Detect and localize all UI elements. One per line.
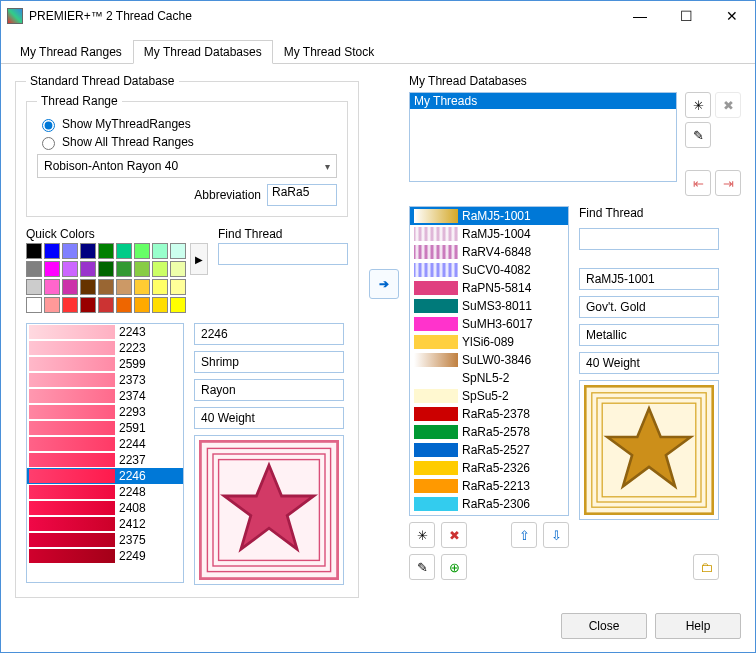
move-up-button[interactable]: ⇧ xyxy=(511,522,537,548)
color-swatch[interactable] xyxy=(98,261,114,277)
color-swatch[interactable] xyxy=(80,243,96,259)
db-thread-item[interactable]: RaRa5-2378 xyxy=(410,405,568,423)
color-swatch[interactable] xyxy=(44,279,60,295)
close-button[interactable]: ✕ xyxy=(709,1,755,31)
standard-thread-list[interactable]: 2243222325992373237422932591224422372246… xyxy=(26,323,184,583)
radio-all-input[interactable] xyxy=(42,137,55,150)
help-button[interactable]: Help xyxy=(655,613,741,639)
db-thread-item[interactable]: RaRa5-2306 xyxy=(410,495,568,513)
transfer-right-button[interactable]: ➔ xyxy=(369,269,399,299)
db-thread-item[interactable]: RaMJ5-1001 xyxy=(410,207,568,225)
edit-database-button[interactable]: ✎ xyxy=(685,122,711,148)
db-thread-item[interactable]: SuLW0-3846 xyxy=(410,351,568,369)
thread-list-item[interactable]: 2293 xyxy=(27,404,183,420)
move-down-button[interactable]: ⇩ xyxy=(543,522,569,548)
thread-list-item[interactable]: 2223 xyxy=(27,340,183,356)
color-swatch[interactable] xyxy=(26,297,42,313)
abbreviation-field[interactable]: RaRa5 xyxy=(267,184,337,206)
radio-my-input[interactable] xyxy=(42,119,55,132)
tab-my-thread-ranges[interactable]: My Thread Ranges xyxy=(9,40,133,64)
color-swatch[interactable] xyxy=(152,279,168,295)
thread-list-item[interactable]: 2599 xyxy=(27,356,183,372)
color-swatch[interactable] xyxy=(152,243,168,259)
db-thread-item[interactable]: RaRa5-2527 xyxy=(410,441,568,459)
color-swatch[interactable] xyxy=(26,243,42,259)
close-dialog-button[interactable]: Close xyxy=(561,613,647,639)
find-thread-left-input[interactable] xyxy=(218,243,348,265)
thread-list-item[interactable]: 2243 xyxy=(27,324,183,340)
radio-show-my-ranges[interactable]: Show MyThreadRanges xyxy=(37,116,337,132)
minimize-button[interactable]: — xyxy=(617,1,663,31)
db-thread-item[interactable]: SpNL5-2 xyxy=(410,369,568,387)
color-swatch[interactable] xyxy=(134,261,150,277)
color-swatch[interactable] xyxy=(62,279,78,295)
color-swatch[interactable] xyxy=(170,243,186,259)
find-thread-right-input[interactable] xyxy=(579,228,719,250)
color-swatch[interactable] xyxy=(116,297,132,313)
db-thread-item[interactable]: YlSi6-089 xyxy=(410,333,568,351)
color-swatch[interactable] xyxy=(62,297,78,313)
color-swatch[interactable] xyxy=(44,297,60,313)
color-swatch[interactable] xyxy=(26,279,42,295)
db-thread-item[interactable]: RaRa5-2213 xyxy=(410,477,568,495)
tab-my-thread-databases[interactable]: My Thread Databases xyxy=(133,40,273,64)
database-list-item[interactable]: My Threads xyxy=(410,93,676,109)
color-swatch[interactable] xyxy=(152,261,168,277)
thread-list-item[interactable]: 2248 xyxy=(27,484,183,500)
thread-range-combo[interactable]: Robison-Anton Rayon 40 ▾ xyxy=(37,154,337,178)
color-swatch[interactable] xyxy=(62,261,78,277)
open-folder-button[interactable]: 🗀 xyxy=(693,554,719,580)
db-thread-item[interactable]: RaRV4-6848 xyxy=(410,243,568,261)
color-swatch[interactable] xyxy=(26,261,42,277)
color-swatch[interactable] xyxy=(170,279,186,295)
thread-list-item[interactable]: 2373 xyxy=(27,372,183,388)
new-database-button[interactable]: ✳ xyxy=(685,92,711,118)
database-listbox[interactable]: My Threads xyxy=(409,92,677,182)
db-thread-item[interactable]: SuCV0-4082 xyxy=(410,261,568,279)
color-swatch[interactable] xyxy=(134,279,150,295)
thread-list-item[interactable]: 2374 xyxy=(27,388,183,404)
thread-list-item[interactable]: 2591 xyxy=(27,420,183,436)
import-db-button[interactable]: ⇤ xyxy=(685,170,711,196)
thread-list-item[interactable]: 2246 xyxy=(27,468,183,484)
color-swatch[interactable] xyxy=(44,261,60,277)
thread-list-item[interactable]: 2249 xyxy=(27,548,183,564)
radio-show-all-ranges[interactable]: Show All Thread Ranges xyxy=(37,134,337,150)
color-swatch[interactable] xyxy=(134,297,150,313)
duplicate-thread-button[interactable]: ⊕ xyxy=(441,554,467,580)
thread-list-item[interactable]: 2408 xyxy=(27,500,183,516)
color-swatch[interactable] xyxy=(98,297,114,313)
tab-my-thread-stock[interactable]: My Thread Stock xyxy=(273,40,385,64)
color-swatch[interactable] xyxy=(170,261,186,277)
color-swatch[interactable] xyxy=(80,297,96,313)
color-swatch[interactable] xyxy=(170,297,186,313)
color-swatch[interactable] xyxy=(44,243,60,259)
color-swatch[interactable] xyxy=(98,243,114,259)
db-thread-item[interactable]: RaRa5-2326 xyxy=(410,459,568,477)
db-thread-item[interactable]: RaRa5-2578 xyxy=(410,423,568,441)
quick-colors-more-button[interactable]: ▶ xyxy=(190,243,208,275)
color-swatch[interactable] xyxy=(116,243,132,259)
color-swatch[interactable] xyxy=(134,243,150,259)
color-swatch[interactable] xyxy=(98,279,114,295)
color-swatch[interactable] xyxy=(80,261,96,277)
color-swatch[interactable] xyxy=(152,297,168,313)
color-swatch[interactable] xyxy=(116,279,132,295)
db-thread-item[interactable]: SpSu5-2 xyxy=(410,387,568,405)
color-swatch[interactable] xyxy=(116,261,132,277)
export-db-button[interactable]: ⇥ xyxy=(715,170,741,196)
maximize-button[interactable]: ☐ xyxy=(663,1,709,31)
new-thread-button[interactable]: ✳ xyxy=(409,522,435,548)
thread-list-item[interactable]: 2375 xyxy=(27,532,183,548)
thread-list-item[interactable]: 2244 xyxy=(27,436,183,452)
delete-database-button[interactable]: ✖ xyxy=(715,92,741,118)
db-thread-item[interactable]: SuMH3-6017 xyxy=(410,315,568,333)
db-thread-item[interactable]: RaPN5-5814 xyxy=(410,279,568,297)
db-thread-item[interactable]: RaMJ5-1004 xyxy=(410,225,568,243)
db-thread-item[interactable]: SuMS3-8011 xyxy=(410,297,568,315)
edit-thread-button[interactable]: ✎ xyxy=(409,554,435,580)
color-swatch[interactable] xyxy=(80,279,96,295)
thread-list-item[interactable]: 2412 xyxy=(27,516,183,532)
delete-thread-button[interactable]: ✖ xyxy=(441,522,467,548)
db-thread-list[interactable]: RaMJ5-1001RaMJ5-1004RaRV4-6848SuCV0-4082… xyxy=(409,206,569,516)
